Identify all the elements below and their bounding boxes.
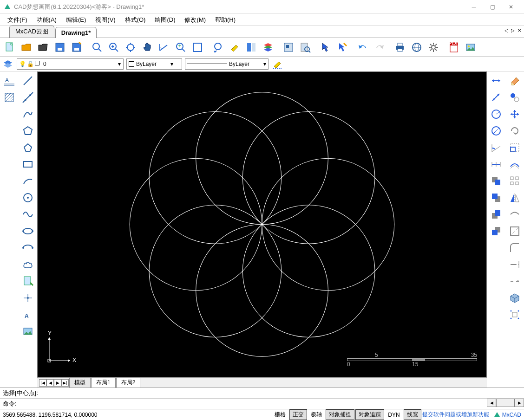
settings-button[interactable] <box>426 39 441 55</box>
measure-angle-button[interactable] <box>156 39 172 55</box>
send-back-button[interactable] <box>489 190 504 205</box>
cmd-scroll-track[interactable] <box>496 399 515 407</box>
ellipse-arc-button[interactable] <box>20 240 35 255</box>
layers-button[interactable] <box>260 39 276 55</box>
pan-button[interactable] <box>139 39 155 55</box>
undo-button[interactable] <box>355 39 371 55</box>
menu-file[interactable]: 文件(F) <box>3 14 32 26</box>
text-button[interactable]: A <box>20 307 35 322</box>
dim-diameter-button[interactable] <box>489 123 504 138</box>
highlight-button[interactable] <box>227 39 242 55</box>
scale-button[interactable] <box>507 140 522 155</box>
layer-name-input[interactable] <box>41 59 116 69</box>
properties-button[interactable] <box>243 39 259 55</box>
color-selector[interactable]: ▾ <box>126 58 182 70</box>
maximize-button[interactable]: ▢ <box>483 0 502 14</box>
dim-angular-button[interactable] <box>489 140 504 155</box>
mirror-button[interactable] <box>507 190 522 205</box>
linetype-selector[interactable]: ▾ <box>185 58 269 70</box>
command-input[interactable] <box>20 399 487 409</box>
cmd-scroll-left-icon[interactable]: ◀ <box>487 399 496 407</box>
rectangle-button[interactable] <box>20 157 35 172</box>
osnap-toggle[interactable]: 对象捕捉 <box>326 409 354 420</box>
explode-button[interactable] <box>507 307 522 322</box>
zoom-in-button[interactable] <box>106 39 122 55</box>
polar-toggle[interactable]: 极轴 <box>308 410 325 420</box>
layout-last-icon[interactable]: ▶| <box>61 379 69 387</box>
grid-toggle[interactable]: 栅格 <box>272 410 288 420</box>
dim-linear-button[interactable] <box>489 73 504 88</box>
menu-view[interactable]: 视图(V) <box>91 14 120 26</box>
print-button[interactable] <box>392 39 408 55</box>
trim-line-button[interactable] <box>507 207 522 222</box>
layer-manager-button[interactable] <box>2 58 14 70</box>
text-style-button[interactable]: A <box>2 73 17 88</box>
tab-layout1[interactable]: 布局1 <box>91 378 116 388</box>
arc-button[interactable] <box>20 174 35 188</box>
zoom-realtime-button[interactable]: + <box>173 39 189 55</box>
menu-draw[interactable]: 绘图(D) <box>150 14 180 26</box>
drawing-canvas[interactable]: X Y 5 35 0 15 <box>37 71 487 377</box>
menu-function[interactable]: 功能(A) <box>32 14 61 26</box>
move-button[interactable] <box>507 107 522 122</box>
polygon-button[interactable] <box>20 123 35 138</box>
tab-layout2[interactable]: 布局2 <box>116 378 141 388</box>
dim-continue-button[interactable] <box>489 157 504 172</box>
brand-label[interactable]: MxCAD <box>494 412 521 418</box>
otrack-toggle[interactable]: 对象追踪 <box>355 409 384 420</box>
dyn-toggle[interactable]: DYN <box>385 411 402 419</box>
layer-dropdown-icon[interactable]: ▾ <box>116 61 123 67</box>
pdf-export-button[interactable]: PDF <box>446 39 462 55</box>
color-dropdown-icon[interactable]: ▾ <box>170 61 173 67</box>
open-file-button[interactable] <box>19 39 34 55</box>
menu-modify[interactable]: 修改(M) <box>180 14 210 26</box>
trim-button[interactable] <box>507 224 522 239</box>
zoom-back-button[interactable] <box>210 39 226 55</box>
cmd-scroll-right-icon[interactable]: ▶ <box>515 399 524 407</box>
dim-radius-button[interactable] <box>489 107 504 122</box>
offset-button[interactable] <box>507 157 522 172</box>
bring-front-button[interactable] <box>489 174 504 188</box>
erase-button[interactable] <box>507 73 522 88</box>
ortho-toggle[interactable]: 正交 <box>289 409 307 420</box>
revision-cloud-button[interactable] <box>20 257 35 272</box>
minimize-button[interactable]: ─ <box>465 0 483 14</box>
tab-cloud[interactable]: MxCAD云图 <box>9 25 54 38</box>
linetype-dropdown-icon[interactable]: ▾ <box>263 61 266 67</box>
tab-next-icon[interactable]: ▷ <box>510 28 516 33</box>
find-button[interactable] <box>297 39 313 55</box>
hatch-button[interactable] <box>2 90 17 105</box>
point-button[interactable] <box>20 291 35 305</box>
line-button[interactable] <box>20 73 35 88</box>
circle-button[interactable] <box>20 190 35 205</box>
ellipse-button[interactable] <box>20 224 35 239</box>
polygon2-button[interactable] <box>20 140 35 155</box>
3d-view-button[interactable] <box>507 291 522 305</box>
menu-edit[interactable]: 编辑(E) <box>61 14 91 26</box>
image-export-button[interactable] <box>463 39 478 55</box>
close-button[interactable]: ✕ <box>502 0 520 14</box>
quick-select-button[interactable] <box>334 39 350 55</box>
fillet-button[interactable] <box>507 240 522 255</box>
menu-format[interactable]: 格式(O) <box>120 14 151 26</box>
image-button[interactable] <box>20 324 35 339</box>
new-file-button[interactable] <box>2 39 18 55</box>
open-folder-button[interactable] <box>35 39 51 55</box>
rotate-button[interactable] <box>507 123 522 138</box>
block-button[interactable] <box>281 39 296 55</box>
tab-drawing1[interactable]: Drawing1* <box>55 27 97 38</box>
copy-button[interactable] <box>507 90 522 105</box>
tab-model[interactable]: 模型 <box>69 378 91 388</box>
redo-button[interactable] <box>372 39 387 55</box>
layout-first-icon[interactable]: |◀ <box>39 379 46 387</box>
select-button[interactable] <box>318 39 334 55</box>
regen-button[interactable] <box>190 39 205 55</box>
linetype-value[interactable] <box>229 61 262 67</box>
dim-aligned-button[interactable] <box>489 90 504 105</box>
zoom-extents-button[interactable] <box>123 39 138 55</box>
tab-close-icon[interactable]: ✕ <box>517 28 522 33</box>
web-button[interactable] <box>409 39 425 55</box>
break-button[interactable] <box>507 274 522 289</box>
save-button[interactable] <box>52 39 68 55</box>
send-under-button[interactable] <box>489 224 504 239</box>
